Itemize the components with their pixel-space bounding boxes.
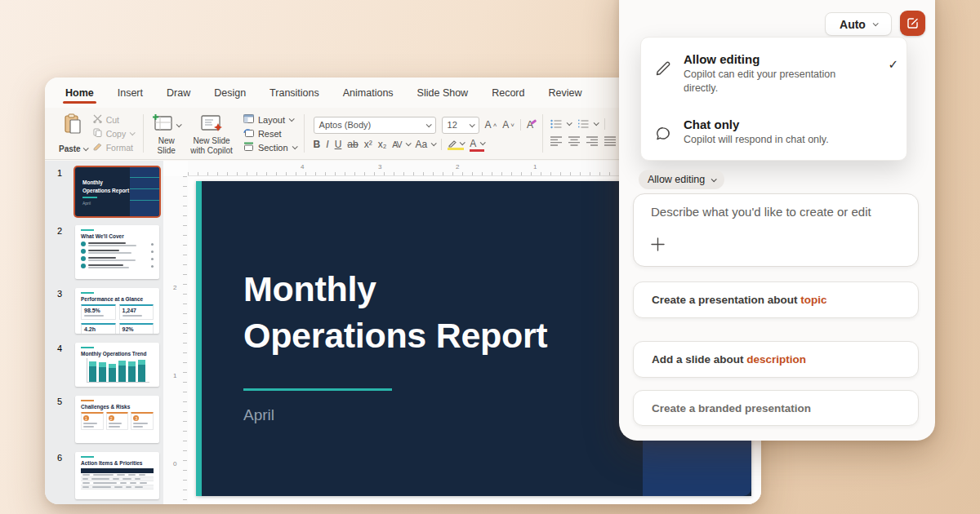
suggestion-highlight: topic (800, 294, 826, 306)
thumb5-title: Challenges & Risks (81, 404, 159, 410)
menu-item-description: Copilot will respond in chat only. (684, 133, 865, 147)
tab-home[interactable]: Home (65, 79, 95, 106)
slide-accent-stripe (196, 181, 202, 496)
menu-item-title: Allow editing (684, 52, 865, 66)
tab-transitions[interactable]: Transitions (269, 79, 320, 106)
paste-button[interactable]: Paste (56, 112, 90, 155)
thumb2-title: What We'll Cover (81, 233, 159, 239)
ribbon-divider (304, 114, 305, 153)
reset-button[interactable]: Reset (243, 128, 296, 139)
menu-item-allow-editing[interactable]: Allow editing Copilot can edit your pres… (654, 52, 895, 96)
tab-record[interactable]: Record (491, 79, 525, 106)
underline-button[interactable]: U (335, 139, 342, 150)
slide-number: 2 (57, 226, 62, 236)
suggestion-create-presentation[interactable]: Create a presentation about topic (633, 281, 919, 318)
format-painter-button[interactable]: Format (93, 142, 135, 153)
align-right-button[interactable] (586, 135, 598, 149)
copy-label: Copy (106, 129, 127, 139)
reset-label: Reset (258, 129, 282, 139)
thumbnail-slide-6[interactable]: 6 Action Items & Priorities (45, 452, 163, 499)
slide-thumbnail-panel: 1 MonthlyOperations Report April 2 What … (45, 161, 163, 504)
suggestion-text: Add a slide about (652, 353, 746, 366)
tab-review[interactable]: Review (547, 79, 582, 106)
bullet-list-button[interactable] (550, 119, 571, 129)
new-slide-icon (152, 113, 173, 136)
cut-button[interactable]: Cut (93, 114, 135, 125)
copy-chevron-icon (130, 130, 136, 135)
menu-item-chat-only[interactable]: Chat only Copilot will respond in chat o… (654, 117, 895, 147)
font-color-button[interactable]: A (470, 138, 484, 151)
section-label: Section (258, 143, 288, 153)
superscript-button[interactable]: x² (364, 139, 372, 150)
bold-button[interactable]: B (314, 139, 321, 150)
thumbnail-slide-2[interactable]: 2 What We'll Cover (45, 225, 163, 279)
tab-draw[interactable]: Draw (166, 79, 191, 106)
italic-button[interactable]: I (326, 139, 328, 150)
layout-button[interactable]: Layout (243, 114, 296, 125)
layout-group: Layout Reset Section (242, 112, 298, 155)
suggestion-text: Create a branded presentation (652, 402, 811, 414)
copilot-prompt-box (633, 193, 919, 267)
thumb4-title: Monthly Operations Trend (81, 351, 159, 357)
add-attachment-button[interactable] (649, 236, 666, 256)
layout-label: Layout (258, 115, 285, 125)
tab-animations[interactable]: Animations (342, 79, 394, 106)
paste-clipboard-icon (63, 113, 82, 138)
thumbnail-slide-5[interactable]: 5 Challenges & Risks 1 2 3 (45, 396, 163, 443)
auto-model-button[interactable]: Auto (825, 12, 892, 36)
new-slide-with-copilot-button[interactable]: New Slidewith Copilot (188, 112, 235, 155)
thumb1-title: MonthlyOperations Report (82, 179, 129, 195)
suggestion-add-slide[interactable]: Add a slide about description (633, 341, 919, 378)
paste-label: Paste (59, 144, 81, 154)
numbered-list-button[interactable] (577, 119, 598, 129)
scissors-icon (93, 114, 102, 125)
new-slide-label: NewSlide (158, 136, 176, 155)
stat-value: 4.2h (84, 326, 113, 332)
bullet-list-icon (550, 119, 563, 129)
new-slide-chevron-icon (176, 122, 182, 127)
text-highlight-button[interactable] (448, 140, 464, 149)
thumb1-subtitle: April (82, 201, 91, 206)
tab-design[interactable]: Design (213, 79, 247, 106)
new-slide-copilot-label: New Slidewith Copilot (190, 136, 233, 155)
copy-button[interactable]: Copy (93, 128, 135, 139)
shrink-font-button[interactable]: A˅ (502, 119, 514, 131)
justify-button[interactable] (604, 135, 616, 149)
font-name-select[interactable]: Aptos (Body) (314, 117, 436, 134)
clear-formatting-button[interactable]: A (527, 119, 533, 131)
new-slide-button[interactable]: NewSlide (149, 112, 183, 155)
paste-chevron-icon (82, 145, 88, 151)
thumbnail-slide-4[interactable]: 4 Monthly Operations Trend (45, 343, 163, 387)
grow-font-button[interactable]: A˄ (485, 119, 497, 131)
thumbnail-slide-3[interactable]: 3 Performance at a Glance 98.5% 1,247 4.… (45, 288, 163, 334)
mode-pill-chevron-icon (711, 176, 717, 182)
prompt-input[interactable] (651, 205, 904, 229)
auto-label: Auto (840, 18, 866, 31)
font-size-select[interactable]: 12 (442, 117, 479, 134)
thumb6-title: Action Items & Priorities (81, 460, 159, 466)
tab-insert[interactable]: Insert (117, 79, 144, 106)
suggestion-branded-presentation[interactable]: Create a branded presentation (633, 390, 919, 426)
thumbnail-slide-1[interactable]: 1 MonthlyOperations Report April (45, 167, 163, 216)
subscript-button[interactable]: x₂ (378, 139, 387, 150)
reset-icon (243, 128, 254, 139)
new-chat-button[interactable] (900, 11, 925, 36)
character-spacing-button[interactable]: AV (392, 140, 409, 149)
slide-title[interactable]: Monthly Operations Report (243, 266, 547, 359)
strikethrough-button[interactable]: ab (347, 139, 358, 150)
stat-value: 1,247 (122, 308, 151, 313)
chat-bubble-icon (654, 117, 672, 147)
suggestion-highlight: description (746, 353, 806, 366)
change-case-button[interactable]: Aa (416, 139, 436, 150)
paragraph-group (549, 112, 617, 155)
slide-subtitle[interactable]: April (243, 406, 274, 424)
ribbon-divider (143, 114, 144, 153)
mode-pill-allow-editing[interactable]: Allow editing (639, 170, 724, 189)
align-left-button[interactable] (550, 135, 562, 149)
menu-item-description: Copilot can edit your presentation direc… (684, 68, 865, 96)
align-center-button[interactable] (568, 135, 580, 149)
slide-number: 1 (57, 168, 62, 178)
section-button[interactable]: Section (243, 142, 296, 153)
tab-slide-show[interactable]: Slide Show (416, 79, 470, 106)
menu-item-title: Chat only (684, 117, 865, 131)
